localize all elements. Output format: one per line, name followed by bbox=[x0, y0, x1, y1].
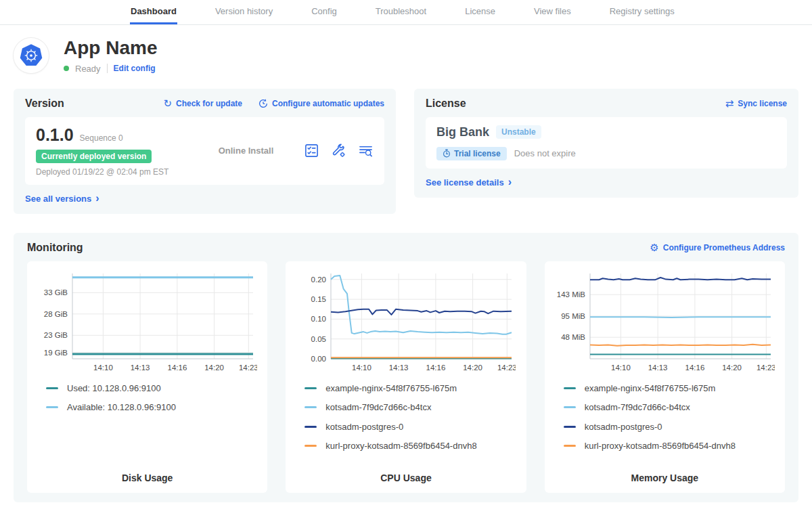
kubernetes-logo-icon bbox=[14, 38, 49, 73]
tab-view-files[interactable]: View files bbox=[533, 0, 572, 24]
edit-config-wrench-icon[interactable] bbox=[331, 143, 346, 158]
deployed-timestamp: Deployed 01/19/22 @ 02:04 pm EST bbox=[36, 167, 188, 177]
cards-row: Version ↻ Check for update bbox=[14, 89, 798, 214]
preflight-checks-icon[interactable] bbox=[304, 143, 319, 158]
svg-text:14:13: 14:13 bbox=[389, 364, 409, 372]
edit-config-link[interactable]: Edit config bbox=[114, 64, 156, 73]
configure-prometheus-button[interactable]: ⚙ Configure Prometheus Address bbox=[650, 242, 785, 252]
svg-text:14:20: 14:20 bbox=[204, 364, 224, 372]
legend-item: kurl-proxy-kotsadm-8569fb6454-dnvh8 bbox=[296, 441, 516, 451]
legend-color-dash bbox=[564, 426, 576, 428]
chevron-right-icon: › bbox=[95, 194, 99, 203]
version-heading: Version bbox=[25, 97, 64, 110]
svg-text:14:20: 14:20 bbox=[722, 364, 742, 372]
disk-usage-legend: Used: 10.128.0.96:9100Available: 10.128.… bbox=[37, 383, 257, 413]
sync-license-button[interactable]: ⇄ Sync license bbox=[725, 98, 787, 108]
svg-text:14:23: 14:23 bbox=[757, 364, 775, 372]
legend-label: kotsadm-postgres-0 bbox=[585, 422, 662, 432]
cpu-usage-card: 0.200.150.100.050.0014:1014:1314:1614:20… bbox=[286, 261, 526, 493]
divider bbox=[107, 64, 108, 73]
see-all-versions-label: See all versions bbox=[25, 194, 91, 204]
legend-color-dash bbox=[46, 406, 58, 408]
top-nav: Dashboard Version history Config Trouble… bbox=[0, 0, 812, 25]
svg-text:0.20: 0.20 bbox=[311, 276, 326, 284]
legend-color-dash bbox=[564, 387, 576, 389]
tab-config[interactable]: Config bbox=[311, 0, 338, 24]
stopwatch-icon bbox=[443, 149, 451, 158]
disk-usage-title: Disk Usage bbox=[37, 467, 257, 483]
app-status-row: Ready Edit config bbox=[64, 64, 157, 74]
svg-text:143 MiB: 143 MiB bbox=[556, 290, 585, 299]
check-for-update-label: Check for update bbox=[176, 99, 242, 108]
svg-text:48 MiB: 48 MiB bbox=[561, 333, 585, 341]
see-license-details-label: See license details bbox=[426, 177, 504, 188]
svg-text:14:10: 14:10 bbox=[611, 364, 631, 372]
legend-label: example-nginx-54f8f76755-l675m bbox=[325, 383, 457, 393]
legend-label: kurl-proxy-kotsadm-8569fb6454-dnvh8 bbox=[325, 441, 476, 451]
legend-label: example-nginx-54f8f76755-l675m bbox=[585, 383, 716, 393]
current-version-card: 0.1.0 Sequence 0 Currently deployed vers… bbox=[25, 117, 384, 185]
memory-usage-title: Memory Usage bbox=[555, 467, 775, 483]
svg-text:14:13: 14:13 bbox=[131, 364, 150, 372]
tab-registry-settings[interactable]: Registry settings bbox=[609, 0, 675, 24]
view-logs-icon[interactable] bbox=[358, 143, 374, 158]
svg-text:0.10: 0.10 bbox=[311, 315, 326, 323]
legend-item: example-nginx-54f8f76755-l675m bbox=[296, 383, 516, 393]
memory-usage-legend: example-nginx-54f8f76755-l675mkotsadm-7f… bbox=[555, 383, 775, 452]
chevron-right-icon: › bbox=[508, 178, 512, 187]
see-license-details-link[interactable]: See license details › bbox=[426, 177, 512, 188]
check-for-update-button[interactable]: ↻ Check for update bbox=[163, 98, 242, 108]
svg-text:14:23: 14:23 bbox=[497, 364, 516, 372]
memory-usage-card: 143 MiB95 MiB48 MiB14:1014:1314:1614:201… bbox=[545, 261, 785, 493]
monitoring-header: Monitoring ⚙ Configure Prometheus Addres… bbox=[27, 242, 785, 254]
version-sequence: Sequence 0 bbox=[80, 133, 123, 143]
svg-text:28 GiB: 28 GiB bbox=[44, 310, 68, 318]
svg-text:14:10: 14:10 bbox=[352, 364, 371, 372]
svg-text:14:10: 14:10 bbox=[93, 364, 113, 372]
charts-row: 33 GiB28 GiB23 GiB19 GiB14:1014:1314:161… bbox=[27, 261, 785, 493]
cpu-usage-title: CPU Usage bbox=[296, 467, 516, 483]
status-badge: Ready bbox=[75, 64, 101, 74]
legend-label: kotsadm-7f9dc7d66c-b4tcx bbox=[585, 402, 690, 412]
monitoring-heading: Monitoring bbox=[27, 242, 83, 254]
deployed-badge: Currently deployed version bbox=[36, 150, 152, 163]
svg-text:14:23: 14:23 bbox=[239, 364, 257, 372]
legend-color-dash bbox=[564, 445, 576, 447]
license-card-header: License ⇄ Sync license bbox=[426, 97, 787, 110]
tab-dashboard[interactable]: Dashboard bbox=[130, 0, 177, 24]
svg-text:14:16: 14:16 bbox=[168, 364, 187, 372]
legend-color-dash bbox=[304, 445, 317, 447]
install-type-label: Online Install bbox=[188, 146, 304, 156]
svg-text:23 GiB: 23 GiB bbox=[44, 331, 68, 339]
license-expiry: Does not expire bbox=[514, 148, 576, 158]
legend-label: kotsadm-postgres-0 bbox=[325, 422, 403, 432]
legend-item: Available: 10.128.0.96:9100 bbox=[37, 402, 257, 412]
disk-usage-card: 33 GiB28 GiB23 GiB19 GiB14:1014:1314:161… bbox=[27, 261, 267, 493]
legend-color-dash bbox=[46, 387, 58, 389]
legend-item: kotsadm-postgres-0 bbox=[555, 422, 775, 432]
clock-arrow-icon bbox=[258, 99, 268, 108]
channel-badge: Unstable bbox=[496, 125, 541, 139]
legend-label: Available: 10.128.0.96:9100 bbox=[67, 402, 176, 412]
legend-color-dash bbox=[304, 426, 317, 428]
refresh-icon: ↻ bbox=[163, 98, 172, 108]
sync-arrows-icon: ⇄ bbox=[725, 98, 734, 108]
cpu-usage-chart: 0.200.150.100.050.0014:1014:1314:1614:20… bbox=[296, 269, 516, 376]
trial-license-label: Trial license bbox=[454, 149, 501, 158]
app-title-block: App Name Ready Edit config bbox=[64, 38, 157, 74]
gear-icon: ⚙ bbox=[650, 242, 658, 252]
tab-troubleshoot[interactable]: Troubleshoot bbox=[375, 0, 427, 24]
tab-license[interactable]: License bbox=[464, 0, 496, 24]
tab-version-history[interactable]: Version history bbox=[215, 0, 273, 24]
svg-text:95 MiB: 95 MiB bbox=[561, 312, 585, 320]
see-license-details-row: See license details › bbox=[426, 177, 787, 188]
configure-automatic-updates-button[interactable]: Configure automatic updates bbox=[258, 98, 384, 108]
see-all-versions-link[interactable]: See all versions › bbox=[25, 194, 99, 204]
svg-text:14:16: 14:16 bbox=[426, 364, 446, 372]
legend-item: kotsadm-7f9dc7d66c-b4tcx bbox=[296, 402, 516, 412]
version-header-links: ↻ Check for update Configure automatic u… bbox=[163, 98, 384, 108]
trial-license-badge: Trial license bbox=[436, 147, 507, 160]
configure-prometheus-label: Configure Prometheus Address bbox=[663, 243, 785, 252]
sync-license-label: Sync license bbox=[738, 99, 787, 108]
customer-name: Big Bank bbox=[436, 125, 489, 139]
